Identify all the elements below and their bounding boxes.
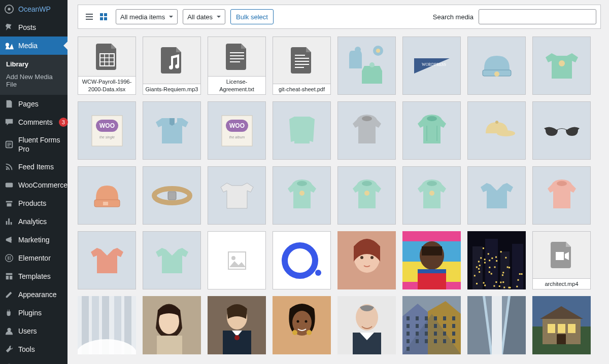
sidebar-item-users[interactable]: Users xyxy=(0,322,67,340)
media-tile[interactable] xyxy=(337,37,396,95)
svg-rect-138 xyxy=(452,316,455,320)
main-content: All media items All dates Bulk select Se… xyxy=(67,0,609,364)
media-tile[interactable]: WOOthe single xyxy=(78,101,136,160)
media-tile[interactable]: architect.mp4 xyxy=(532,231,591,289)
media-tile[interactable] xyxy=(402,231,461,289)
media-tile[interactable] xyxy=(337,166,396,225)
bulk-select-button[interactable]: Bulk select xyxy=(230,9,274,24)
media-tile[interactable] xyxy=(532,37,591,95)
media-tile[interactable] xyxy=(273,166,331,225)
media-tile[interactable]: WCW-Payroll-1996-2000-Data.xlsx xyxy=(78,37,136,95)
svg-rect-121 xyxy=(235,338,239,340)
media-tile[interactable] xyxy=(467,101,526,160)
filter-media-type[interactable]: All media items xyxy=(116,9,178,24)
media-tile[interactable] xyxy=(143,101,201,160)
media-tile[interactable] xyxy=(532,101,591,160)
media-tile[interactable] xyxy=(208,231,266,289)
svg-point-53 xyxy=(370,256,374,259)
sidebar-item-plugins[interactable]: Plugins xyxy=(0,304,67,322)
media-tile[interactable] xyxy=(78,296,136,354)
svg-rect-155 xyxy=(443,339,446,343)
media-tile[interactable]: Giants-Requiem.mp3 xyxy=(143,37,201,95)
submenu-item-add-new[interactable]: Add New Media File xyxy=(0,70,67,91)
sidebar-item-settings[interactable]: Settings xyxy=(0,358,67,364)
media-tile[interactable] xyxy=(402,166,461,225)
sidebar-item-label: Users xyxy=(18,326,37,336)
sidebar-item-analytics[interactable]: Analytics xyxy=(0,212,67,231)
list-view-button[interactable] xyxy=(82,10,96,24)
media-icon xyxy=(4,41,14,51)
sidebar-item-templates[interactable]: Templates xyxy=(0,267,67,285)
sidebar-item-tools[interactable]: Tools xyxy=(0,340,67,358)
media-caption: git-cheat-sheet.pdf xyxy=(273,84,330,94)
svg-rect-146 xyxy=(416,332,419,336)
svg-point-52 xyxy=(360,256,363,259)
sidebar-item-feed[interactable]: Feed Items xyxy=(0,158,67,176)
svg-rect-73 xyxy=(500,281,501,283)
sidebar-item-fluent-forms[interactable]: Fluent Forms Pro xyxy=(0,131,67,158)
media-tile[interactable] xyxy=(143,231,201,289)
media-tile[interactable]: WORDPRESS xyxy=(402,37,461,95)
media-tile[interactable] xyxy=(337,101,396,160)
sidebar-item-label: Comments xyxy=(18,118,53,127)
product-thumbnail xyxy=(533,167,590,224)
list-view-icon xyxy=(84,12,94,22)
svg-point-6 xyxy=(6,254,13,262)
search-input[interactable] xyxy=(479,9,596,24)
submenu-item-library[interactable]: Library xyxy=(0,58,67,70)
media-tile[interactable] xyxy=(467,296,526,354)
sidebar-item-woocommerce[interactable]: WooCommerce xyxy=(0,176,67,194)
woo-icon xyxy=(4,180,14,190)
media-tile[interactable] xyxy=(402,101,461,160)
media-tile[interactable]: WOOthe album xyxy=(208,101,266,160)
media-tile[interactable] xyxy=(532,166,591,225)
media-tile[interactable] xyxy=(467,231,526,289)
media-tile[interactable] xyxy=(78,231,136,289)
svg-rect-79 xyxy=(474,275,476,276)
media-tile[interactable] xyxy=(273,231,331,289)
media-tile[interactable] xyxy=(143,296,201,354)
svg-rect-143 xyxy=(443,324,446,328)
sidebar-item-pages[interactable]: Pages xyxy=(0,95,67,113)
media-tile[interactable] xyxy=(467,166,526,225)
sidebar-site-title[interactable]: OceanWP xyxy=(0,0,67,18)
media-tile[interactable]: License-Agreement.txt xyxy=(208,37,266,95)
svg-point-32 xyxy=(495,121,498,124)
grid-view-button[interactable] xyxy=(96,10,111,24)
sidebar-item-marketing[interactable]: Marketing xyxy=(0,231,67,249)
photo-thumbnail xyxy=(337,231,396,289)
media-tile[interactable] xyxy=(402,296,461,354)
media-tile[interactable] xyxy=(208,166,266,225)
sidebar-item-posts[interactable]: Posts xyxy=(0,18,67,37)
filter-dates[interactable]: All dates xyxy=(183,9,225,24)
sidebar-item-comments[interactable]: Comments 3 xyxy=(0,113,67,131)
sidebar-item-elementor[interactable]: Elementor xyxy=(0,249,67,267)
product-thumbnail xyxy=(273,167,330,224)
sidebar-item-appearance[interactable]: Appearance xyxy=(0,285,67,304)
comment-icon xyxy=(4,117,14,127)
sidebar-item-label: Posts xyxy=(18,23,36,32)
media-tile[interactable] xyxy=(467,37,526,95)
sidebar-item-media[interactable]: Media xyxy=(0,37,67,55)
svg-rect-58 xyxy=(422,246,442,256)
media-tile[interactable] xyxy=(273,296,331,354)
media-tile[interactable]: git-cheat-sheet.pdf xyxy=(273,37,331,95)
svg-text:the single: the single xyxy=(99,135,115,139)
svg-rect-86 xyxy=(484,259,486,260)
media-tile[interactable] xyxy=(208,296,266,354)
media-tile[interactable] xyxy=(78,166,136,225)
svg-point-31 xyxy=(497,130,515,136)
svg-rect-152 xyxy=(416,339,419,343)
svg-point-16 xyxy=(376,49,380,53)
media-tile[interactable] xyxy=(143,166,201,225)
product-thumbnail xyxy=(143,167,200,224)
media-tile[interactable] xyxy=(532,296,591,354)
svg-rect-95 xyxy=(491,258,493,259)
svg-rect-98 xyxy=(503,286,505,288)
svg-rect-141 xyxy=(425,324,428,328)
media-tile[interactable] xyxy=(337,231,396,289)
sidebar-item-products[interactable]: Products xyxy=(0,194,67,212)
text-file-icon xyxy=(208,37,265,76)
media-tile[interactable] xyxy=(337,296,396,354)
media-tile[interactable] xyxy=(273,101,331,160)
